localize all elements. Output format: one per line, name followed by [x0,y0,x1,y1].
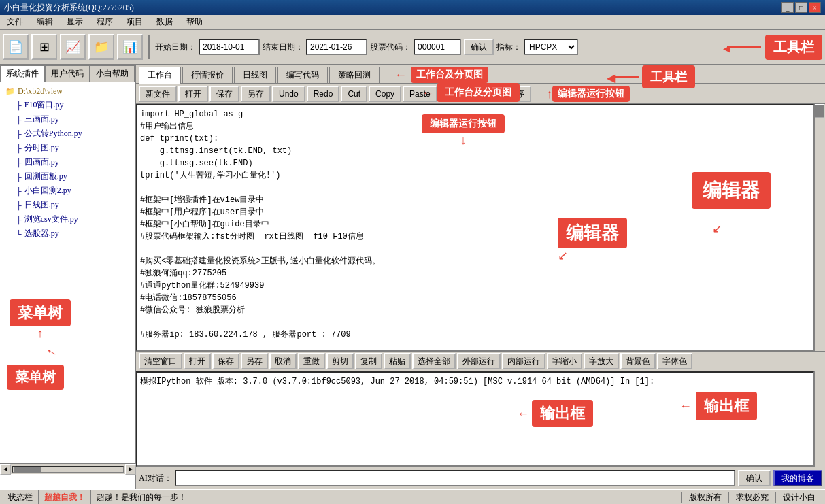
editor-scroll-thumb [815,104,824,118]
toolbar-file-btn[interactable]: 📄 [3,34,29,60]
output-scrollbar[interactable] [814,371,825,467]
tab-workbench[interactable]: 工作台 [139,67,181,84]
bot-btn-copy[interactable]: 复制 [355,353,382,369]
start-date-label: 开始日期： [155,41,196,53]
stock-code-input[interactable] [414,39,461,55]
toolbar-bar-btn[interactable]: 📊 [117,34,143,60]
annotation-workbench: 工作台及分页图 [411,67,488,83]
tree-item-3[interactable]: ├ 分时图.py [14,141,132,155]
btn-paste[interactable]: Paste [403,86,437,102]
toolbar-chart-btn[interactable]: 📈 [60,34,86,60]
btn-redo[interactable]: Redo [307,86,340,102]
toolbar-grid-btn[interactable]: ⊞ [31,34,57,60]
bot-btn-paste[interactable]: 粘贴 [384,353,411,369]
status-right: 版权所有 求权必究 设计小白 [681,492,822,503]
tab-backtest[interactable]: 策略回测 [329,67,380,83]
tree-item-1[interactable]: ├ 三画面.py [14,112,132,127]
bot-btn-clear[interactable]: 清空窗口 [139,353,182,369]
menu-data[interactable]: 数据 [152,15,177,29]
app-title: 小白量化投资分析系统(QQ:2775205) [4,2,134,14]
title-bar: 小白量化投资分析系统(QQ:2775205) _ □ × [0,0,825,15]
annotation-toolbar: 工具栏 [765,35,822,60]
menu-help[interactable]: 帮助 [182,15,207,29]
bot-btn-open[interactable]: 打开 [184,353,211,369]
bot-btn-fontcolor[interactable]: 字体色 [657,353,692,369]
btn-selectall[interactable]: SelectAll [439,86,484,102]
close-button[interactable]: × [809,2,821,13]
file-icon-7: ├ [16,201,22,209]
toolbar-separator [148,35,150,59]
sidebar-hscroll[interactable]: ◂ ▸ [0,463,136,474]
menu-file[interactable]: 文件 [3,15,27,29]
btn-save[interactable]: 保存 [209,86,239,102]
scroll-left-btn[interactable]: ◂ [0,464,11,475]
file-icon-0: ├ [16,101,22,110]
btn-saveas[interactable]: 另存 [241,86,271,102]
file-icon-4: ├ [16,158,22,167]
status-segment-3: 超越！是我们的每一步！ [91,490,192,504]
annotation-menutree-container: 菜单树 ↑ [7,365,64,390]
bot-btn-cancel[interactable]: 取消 [269,353,297,369]
maximize-button[interactable]: □ [795,2,807,13]
editor-scrollbar[interactable] [814,104,825,351]
tab-editcode[interactable]: 编写代码 [277,67,328,83]
sidebar-tab-usercode[interactable]: 用户代码 [45,65,90,82]
file-icon-8: ├ [16,216,22,224]
annotation-editor: 编辑器 [692,172,771,209]
menu-program[interactable]: 程序 [92,15,117,29]
menu-bar: 文件 编辑 显示 程序 项目 数据 帮助 [0,15,825,30]
tree-folder[interactable]: 📁 D:\xb2d\view [3,85,132,98]
bot-btn-save[interactable]: 保存 [212,353,239,369]
tab-bar: 工作台 行情报价 日线图 编写代码 策略回测 ← 工作台及分页图 [136,65,825,84]
bot-btn-bgcolor[interactable]: 背景色 [620,353,656,369]
tree-item-6[interactable]: ├ 小白回测2.py [14,184,132,198]
sidebar-tabs: 系统插件 用户代码 小白帮助 [0,65,135,82]
annotation-editorrun-container: ↑ 编辑器运行按钮 [546,86,630,102]
bot-btn-fontlg[interactable]: 字放大 [584,353,619,369]
start-date-input[interactable] [199,39,260,55]
window-controls: _ □ × [781,2,821,13]
btn-open[interactable]: 打开 [178,86,208,102]
tree-item-8[interactable]: ├ 浏览csv文件.py [14,212,132,226]
tree-item-4[interactable]: ├ 四画面.py [14,155,132,169]
minimize-button[interactable]: _ [781,2,794,13]
annotation-editorrun: 编辑器运行按钮 [552,86,630,102]
menu-display[interactable]: 显示 [63,15,87,29]
bot-btn-cut[interactable]: 剪切 [326,353,354,369]
tree-item-2[interactable]: ├ 公式转Python.py [14,127,132,141]
end-date-label: 结束日期： [263,41,303,53]
tree-item-9[interactable]: └ 选股器.py [14,226,132,241]
tree-item-5[interactable]: ├ 回测面板.py [14,169,132,184]
bottom-toolbar: 清空窗口 打开 保存 另存 取消 重做 剪切 复制 粘贴 选择全部 外部运行 内… [136,351,825,371]
bot-btn-extrun[interactable]: 外部运行 [457,353,501,369]
sidebar-tab-help[interactable]: 小白帮助 [90,65,135,82]
bot-btn-intrun[interactable]: 内部运行 [502,353,545,369]
menu-project[interactable]: 项目 [122,15,147,29]
end-date-group: 结束日期： [263,39,367,55]
menu-edit[interactable]: 编辑 [33,15,57,29]
ai-blog-button[interactable]: 我的博客 [773,470,822,486]
tree-item-7[interactable]: ├ 日线图.py [14,198,132,212]
sidebar-tab-plugins[interactable]: 系统插件 [0,65,45,82]
start-date-group: 开始日期： [155,39,260,55]
tab-quotes[interactable]: 行情报价 [182,67,233,83]
toolbar-confirm-button[interactable]: 确认 [464,39,494,55]
bot-btn-fontsm[interactable]: 字缩小 [547,353,582,369]
ai-input[interactable] [175,470,735,486]
toolbar-folder-btn[interactable]: 📁 [88,34,114,60]
ai-bar: AI对话： 确认 我的博客 [136,467,825,489]
tab-daily[interactable]: 日线图 [234,67,276,83]
end-date-input[interactable] [306,39,367,55]
ai-confirm-button[interactable]: 确认 [738,470,771,486]
bot-btn-saveas[interactable]: 另存 [241,353,268,369]
tree-item-0[interactable]: ├ F10窗口.py [14,98,132,112]
indicator-select[interactable]: HPCPX [524,39,578,55]
btn-copy[interactable]: Copy [369,86,401,102]
btn-cut[interactable]: Cut [341,86,367,102]
btn-run[interactable]: 运行程序 [485,86,531,102]
bot-btn-redo[interactable]: 重做 [298,353,325,369]
btn-new[interactable]: 新文件 [139,86,177,102]
btn-undo[interactable]: Undo [272,86,305,102]
bot-btn-selall[interactable]: 选择全部 [412,353,456,369]
scroll-right-btn[interactable]: ▸ [125,464,136,475]
